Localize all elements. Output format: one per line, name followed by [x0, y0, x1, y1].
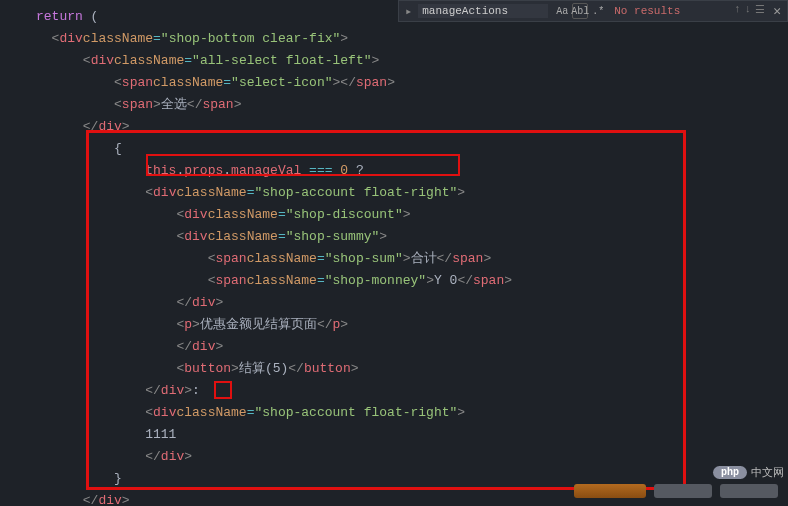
- code-line: <div className="shop-bottom clear-fix">: [36, 28, 788, 50]
- keyword-return: return: [36, 6, 83, 28]
- code-line: this.props.manageVal === 0 ?: [36, 160, 788, 182]
- code-line: return (: [36, 6, 788, 28]
- watermark-badge: php: [713, 466, 747, 479]
- code-line: </div>: [36, 336, 788, 358]
- code-line: <div className="shop-account float-right…: [36, 402, 788, 424]
- code-line: </div>: [36, 446, 788, 468]
- open-paren: (: [83, 6, 99, 28]
- code-editor[interactable]: return ( <div className="shop-bottom cle…: [0, 0, 788, 506]
- code-line: <div className="all-select float-left">: [36, 50, 788, 72]
- watermark-text: 中文网: [751, 465, 784, 480]
- code-line: <button>结算(5)</button>: [36, 358, 788, 380]
- code-line: <span>全选</span>: [36, 94, 788, 116]
- bottom-tabs: [574, 484, 778, 498]
- bottom-tab[interactable]: [574, 484, 646, 498]
- bottom-tab[interactable]: [720, 484, 778, 498]
- code-line: <div className="shop-account float-right…: [36, 182, 788, 204]
- code-line: </div>: [36, 292, 788, 314]
- code-line: <div className="shop-summy">: [36, 226, 788, 248]
- code-line: </div>: [36, 116, 788, 138]
- code-line: <p>优惠金额见结算页面</p>: [36, 314, 788, 336]
- bottom-tab[interactable]: [654, 484, 712, 498]
- watermark: php 中文网: [713, 465, 784, 480]
- code-line: <span className="shop-monney">Y 0</span>: [36, 270, 788, 292]
- code-line: <span className="shop-sum">合计</span>: [36, 248, 788, 270]
- code-line: <div className="shop-discount">: [36, 204, 788, 226]
- code-line: <span className="select-icon"></span>: [36, 72, 788, 94]
- code-line: </div>:: [36, 380, 788, 402]
- code-line: 1111: [36, 424, 788, 446]
- code-line: {: [36, 138, 788, 160]
